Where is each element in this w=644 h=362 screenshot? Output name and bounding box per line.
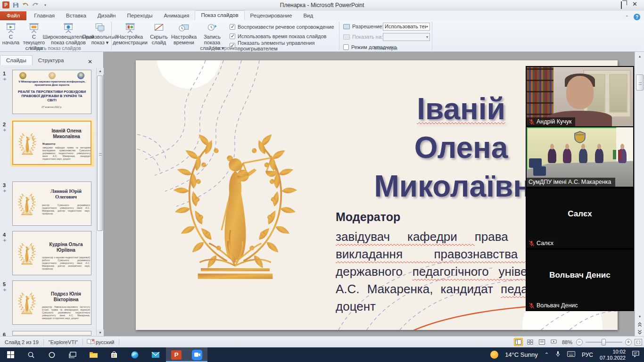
titlebar: P ▾ Пленарка - Microsoft PowerPoint ✕ [0,0,644,10]
tab-view[interactable]: Вид [297,11,319,20]
transition-star-icon [3,288,7,292]
powerpoint-app-icon[interactable]: P [2,1,9,8]
checkbox-play-narrations[interactable]: Воспроизвести речевое сопровождение [230,24,339,30]
panel-tab-outline[interactable]: Структура [33,56,70,65]
slide-thumbnail-4[interactable]: 4 Кудріна Ольга Юріївна проректор з наук… [0,231,96,275]
theme-name[interactable]: "ExploreVTI" [48,339,79,345]
tab-transitions[interactable]: Переходы [121,11,158,20]
quick-access-toolbar: P ▾ [0,1,49,8]
touch-keyboard-icon[interactable] [567,351,575,358]
microphone-tray-icon[interactable] [555,351,561,359]
task-view-icon[interactable] [62,347,83,362]
ribbon-tab-row: Файл Главная Вставка Дизайн Переходы Ани… [0,10,644,20]
customize-qat-icon[interactable]: ▾ [41,1,49,8]
language-indicator[interactable]: русский [95,339,115,345]
fit-to-window-button[interactable] [635,339,642,346]
file-explorer-icon[interactable] [83,347,104,362]
spellcheck-icon[interactable] [87,338,95,346]
moderator-label[interactable]: Модератор [336,210,400,224]
monitor-icon [343,34,350,40]
mail-icon[interactable] [145,347,166,362]
help-icon[interactable]: ? [634,14,640,20]
slideshow-view-button[interactable] [549,338,558,346]
cortana-icon[interactable] [41,347,62,362]
rehearse-timings-button[interactable]: Настройка времени [170,21,198,45]
seated-person [548,148,556,163]
undo-icon[interactable] [22,1,29,8]
zoom-meeting-overlay[interactable]: Андрій Кучук СумДПУ імені А.С. Макаренка [526,66,634,311]
scroll-up-icon[interactable]: ▲ [97,68,104,74]
audio-tile-participant-4[interactable]: Вольвач Денис Вольвач Денис [527,250,633,310]
redo-icon[interactable] [32,1,39,8]
tab-review[interactable]: Рецензирование [245,11,298,20]
zoom-slider-thumb[interactable] [602,339,606,346]
next-slide-button[interactable] [636,329,644,335]
collapse-ribbon-icon[interactable]: ⌃ [625,15,629,20]
checkbox-icon[interactable] [230,33,235,39]
scroll-down-icon[interactable]: ▼ [97,329,104,336]
weather-sun-icon[interactable] [490,351,498,359]
slide-thumbnail-1[interactable]: 1 V Міжнародна науково-практична конфере… [0,70,96,114]
setup-slideshow-button[interactable]: Настройка демонстрации [114,21,147,45]
participant-name-label: Салєх [527,239,557,248]
notification-center-icon[interactable] [632,351,639,359]
tray-chevron-icon[interactable]: ⌃ [545,352,549,358]
tab-file[interactable]: Файл [0,11,26,20]
panel-tab-slides[interactable]: Слайды [0,55,33,65]
tab-design[interactable]: Дизайн [92,11,122,20]
editor-scrollbar[interactable]: ▲ ▼ [635,52,644,336]
edge-icon[interactable] [124,347,145,362]
from-beginning-button[interactable]: С начала [1,21,21,45]
slide-thumbnail-2[interactable]: 2 Іваній Олена Миколаївна Модератор заві… [0,121,96,165]
powerpoint-taskbar-icon[interactable]: P [166,347,187,362]
checkbox-use-timings[interactable]: Использовать время показа слайдов [230,33,339,40]
zoom-out-button[interactable]: − [576,339,583,346]
scroll-up-icon[interactable]: ▲ [636,53,644,60]
flag [613,150,616,159]
resolution-dropdown[interactable]: Использовать теку... ▾ [383,23,430,31]
custom-slideshow-button[interactable]: Произвольный показ ▾ [90,21,110,45]
video-tile-participant-1[interactable]: Андрій Кучук [527,67,633,126]
tab-animations[interactable]: Анимация [158,11,195,20]
store-icon[interactable] [104,347,124,362]
save-icon[interactable] [12,1,19,8]
ribbon: С начала С текущего слайда Широковещател… [0,20,644,52]
tab-insert[interactable]: Вставка [60,11,92,20]
monitor-icon [343,24,350,29]
slides-panel-scrollbar[interactable]: ▲ ▼ [96,68,103,336]
clock[interactable]: 10:02 07.10.2022 [600,349,626,361]
restore-window-button[interactable] [621,2,622,8]
search-icon[interactable] [21,347,41,362]
zoom-slider[interactable] [586,342,622,343]
transition-star-icon [3,239,7,242]
zoom-taskbar-icon[interactable] [187,347,207,362]
normal-view-button[interactable] [514,338,523,346]
reading-view-button[interactable] [537,338,546,346]
scrollbar-thumb[interactable] [636,74,644,90]
desktop-screen: P ▾ Пленарка - Microsoft PowerPoint ✕ Фа… [0,0,644,362]
zoom-level[interactable]: 88% [561,339,573,345]
tab-home[interactable]: Главная [28,11,60,20]
zoom-in-button[interactable]: + [625,339,632,346]
show-on-dropdown[interactable]: ▾ [383,33,430,41]
hide-slide-button[interactable]: Скрыть слайд [148,21,170,45]
start-button[interactable] [0,347,21,362]
checkbox-icon[interactable] [230,24,235,30]
slide-thumbnail-5[interactable]: 5 Подрєз Юлія Вікторівна директор Навчал… [0,280,96,325]
scrollbar-thumb[interactable] [97,75,103,231]
tab-slideshow[interactable]: Показ слайдов [195,10,244,20]
seated-person [579,148,587,163]
language-tray-indicator[interactable]: РУС [582,352,593,358]
audio-tile-participant-3[interactable]: Салєх Салєх [527,189,633,248]
muted-mic-icon [528,119,535,125]
slide-thumbnail-6[interactable]: 6 [0,331,96,336]
slide-thumbnail-3[interactable]: 3 Лянной Юрій Олегович ректор Сумського … [0,181,96,226]
previous-slide-button[interactable] [636,321,644,328]
scroll-down-icon[interactable]: ▼ [636,313,644,320]
slide-sorter-view-button[interactable] [526,338,535,346]
video-tile-participant-2[interactable]: СумДПУ імені А.С. Макаренка [527,127,633,187]
close-window-button[interactable]: ✕ [632,2,637,8]
weather-text[interactable]: 14°C Sunny [505,351,538,358]
slide-counter[interactable]: Слайд 2 из 19 [4,339,40,345]
close-panel-icon[interactable]: ✕ [88,58,96,65]
